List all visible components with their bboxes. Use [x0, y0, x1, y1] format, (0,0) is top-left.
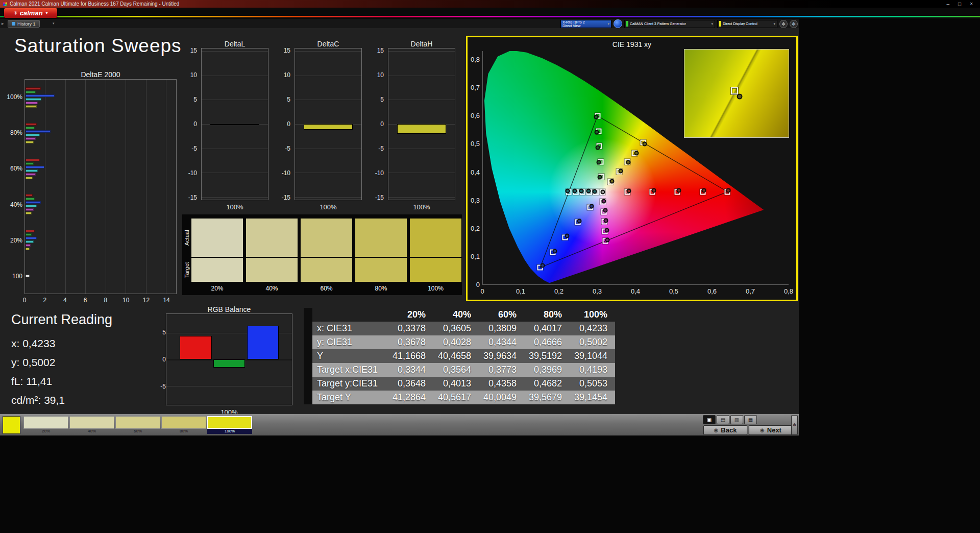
- calman-logo-icon: ✳: [13, 10, 17, 16]
- rainbow-divider: [0, 16, 980, 17]
- deltae-group-label: 40%: [9, 187, 22, 223]
- cie-panel: CIE 1931 xy 00,10,20,30,40,50,60,70,8 00…: [466, 36, 798, 301]
- deltae-xtick-label: 6: [80, 297, 90, 304]
- deltaH-ytick-label: 10: [370, 71, 384, 79]
- deltae-bar-yellow: [26, 141, 34, 143]
- minimize-button[interactable]: –: [947, 1, 950, 7]
- mini-toolbar: ▣▤▥▦: [0, 414, 799, 435]
- table-cell: 0,4358: [479, 377, 524, 391]
- deltae-bar-magenta: [26, 244, 31, 247]
- tab-label: History 1: [17, 21, 36, 27]
- deltae-bar-group: [25, 151, 176, 187]
- cie-ytick-label: 0: [468, 281, 480, 289]
- deltae-xtick-label: 10: [121, 297, 131, 304]
- cie-ytick-label: 0,2: [468, 225, 480, 233]
- swatch-level-label: 60%: [301, 285, 352, 292]
- deltaC-gridline: [295, 197, 361, 198]
- brand-strip: ✳ calman ▾: [0, 8, 980, 19]
- table-cell: 40,0049: [479, 391, 524, 404]
- meter-button[interactable]: X-Rite i1Pro 2 Direct View ▾: [560, 20, 611, 28]
- table-cell: 0,3678: [388, 335, 433, 349]
- table-cell: 0,3773: [479, 363, 524, 377]
- settings-gear-icon[interactable]: ✻: [779, 20, 788, 28]
- next-button-icon: ◉: [760, 427, 765, 433]
- print-button[interactable]: ▦: [744, 415, 757, 424]
- table-gutter-cell: [304, 308, 312, 322]
- swatch-actual: [246, 219, 298, 257]
- cie-xtick-label: 0,2: [553, 287, 565, 295]
- deltae-group-label: 60%: [9, 151, 22, 186]
- cie-measured-green: [595, 130, 599, 135]
- table-cell: 39,1044: [570, 349, 615, 363]
- tab-history-1[interactable]: History 1: [8, 20, 40, 28]
- deltaL-ytick-label: -15: [183, 194, 197, 201]
- source-label: CalMAN Client 3 Pattern Generator: [630, 22, 686, 26]
- display-control-button[interactable]: Direct Display Control ▾: [717, 20, 777, 28]
- swatch-target: [246, 258, 298, 282]
- deltac-chart: DeltaC 151050-5-10-15 100%: [276, 40, 363, 211]
- cie-xtick-label: 0,6: [706, 287, 718, 295]
- table-row: x: CIE310,33780,36050,38090,40170,4233: [304, 322, 615, 335]
- pattern-window-button[interactable]: ▣: [703, 415, 716, 424]
- cie-measured-magenta: [605, 237, 610, 242]
- tab-dropdown-icon[interactable]: ▾: [53, 21, 55, 26]
- display-dropdown-icon: ▾: [773, 22, 775, 26]
- rgb-bar-blue: [247, 326, 279, 359]
- cie-measured-blue: [577, 219, 581, 223]
- table-cell: 0,3969: [524, 363, 570, 377]
- meter-label-line1: X-Rite i1Pro 2: [562, 20, 585, 24]
- deltae-xtick-label: 14: [161, 297, 172, 304]
- deltal-chart: DeltaL 151050-5-10-15 100%: [183, 40, 270, 211]
- cie-inset-target: [731, 87, 738, 94]
- deltaL-gridline: [202, 51, 268, 52]
- deltae-bar-green: [26, 162, 34, 165]
- display-mode-button[interactable]: ▤: [717, 415, 729, 424]
- app-window: Calman 2021 Calman Ultimate for Business…: [0, 0, 980, 533]
- cie-measured-yellow: [626, 160, 631, 165]
- report-button[interactable]: ▥: [730, 415, 743, 424]
- back-button[interactable]: ◉ Back: [703, 425, 747, 435]
- deltaC-ytick-label: 15: [276, 47, 290, 54]
- table-gutter-cell: [304, 322, 312, 335]
- deltae-bar-white: [26, 275, 30, 277]
- swatch-target: [191, 258, 243, 282]
- deltae-bar-yellow: [26, 105, 37, 108]
- cie-measured-green: [598, 175, 602, 180]
- meter-dropdown-icon: ▾: [607, 22, 609, 26]
- workflow-gear-icon[interactable]: ✻: [790, 20, 798, 28]
- cie-measured-cyan: [572, 188, 577, 193]
- deltae-bar-green: [26, 91, 36, 93]
- deltae-group-label: 100: [9, 258, 22, 294]
- history-tab-icon: [12, 22, 15, 26]
- current-reading: Current Reading x: 0,4233 y: 0,5002 fL: …: [11, 312, 112, 409]
- cie-measured-red: [652, 188, 656, 193]
- cie-ytick-label: 0,7: [468, 84, 480, 92]
- tab-bar: ▸ History 1 ▾ X-Rite i1Pro 2 Direct View…: [0, 19, 799, 28]
- cie-xtick-label: 0,5: [668, 287, 680, 295]
- deltae-bar-cyan: [26, 134, 40, 136]
- calman-logo-text: calman: [20, 9, 43, 17]
- deltaL-gridline: [202, 149, 268, 149]
- cie-title: CIE 1931 xy: [468, 40, 796, 49]
- cie-measured-magenta: [604, 228, 609, 232]
- table-cell: 39,1454: [570, 391, 615, 404]
- deltae-bar-red: [26, 87, 41, 90]
- cie-measured-cyan: [566, 188, 570, 193]
- calman-logo-button[interactable]: ✳ calman ▾: [4, 8, 57, 18]
- options-gear-button[interactable]: ✻: [791, 415, 798, 435]
- rgb-ytick-label: 0: [155, 356, 166, 363]
- close-button[interactable]: ×: [970, 1, 973, 7]
- swatch-column-80%: 80%: [355, 219, 407, 295]
- cie-measured-magenta: [602, 199, 606, 203]
- deltae-bar-red: [26, 230, 35, 232]
- next-button[interactable]: ◉ Next: [749, 425, 793, 435]
- cie-measured-blue: [552, 249, 557, 253]
- maximize-button[interactable]: □: [958, 1, 961, 7]
- tab-scroll-button[interactable]: ▸: [2, 21, 4, 26]
- swatch-actual: [410, 219, 461, 257]
- swatch-level-label: 40%: [246, 285, 298, 292]
- meter-status-icon[interactable]: [614, 19, 622, 28]
- pattern-generator-button[interactable]: CalMAN Client 3 Pattern Generator ▾: [624, 20, 715, 28]
- reading-cdm2: cd/m²: 39,1: [11, 391, 112, 409]
- deltaL-gridline: [202, 76, 268, 76]
